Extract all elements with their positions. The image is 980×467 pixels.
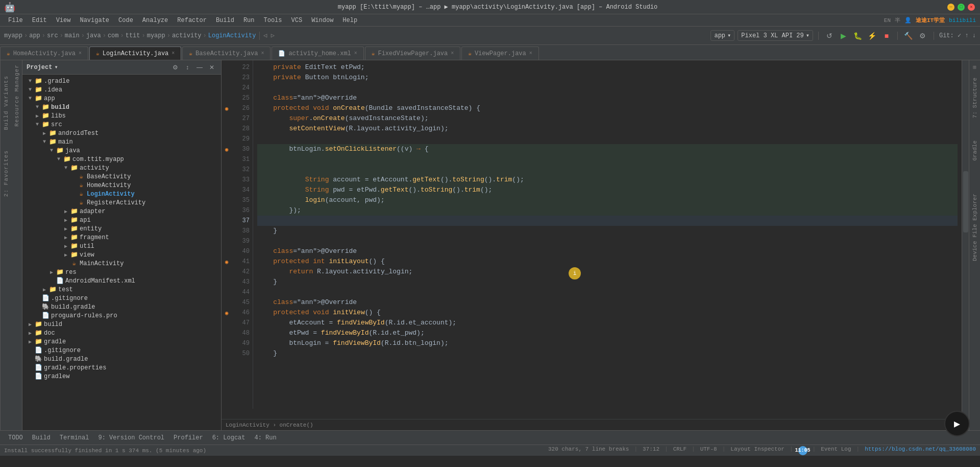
tab-LoginActivity-java[interactable]: ☕LoginActivity.java× xyxy=(89,46,181,60)
event-log[interactable]: Event Log xyxy=(821,446,851,455)
gradle-label[interactable]: Gradle xyxy=(972,141,978,161)
menu-item-vcs[interactable]: VCS xyxy=(287,16,307,25)
tree-item-view[interactable]: ▶📁view xyxy=(22,250,221,259)
code-editor[interactable]: ◉◉◉◉ 22232425262728293031323334353637383… xyxy=(222,60,962,430)
tree-item-com.ttit.myapp[interactable]: ▼📁com.ttit.myapp xyxy=(22,155,221,164)
breadcrumb-myapp2[interactable]: myapp xyxy=(147,32,165,39)
tree-item-build[interactable]: ▼📁build xyxy=(22,103,221,111)
tab-close-btn[interactable]: × xyxy=(354,51,357,56)
bottom-tab-6:-logcat[interactable]: 6: Logcat xyxy=(208,433,250,442)
maximize-button[interactable]: □ xyxy=(958,4,965,11)
breadcrumb-src[interactable]: src xyxy=(47,32,58,39)
tab-activity_home-xml[interactable]: 📄activity_home.xml× xyxy=(272,46,363,60)
tree-item-mainactivity[interactable]: ☕MainActivity xyxy=(22,259,221,268)
project-title-btn[interactable]: Project ▾ xyxy=(27,63,58,71)
stop-button[interactable]: ■ xyxy=(881,30,892,41)
tree-item-app[interactable]: ▼📁app xyxy=(22,94,221,103)
tree-item-gradlew[interactable]: 📄gradlew xyxy=(22,372,221,381)
bottom-tab-build[interactable]: Build xyxy=(28,433,55,442)
encoding[interactable]: UTF-8 xyxy=(700,446,717,455)
gutter-marker-icon[interactable]: ◉ xyxy=(225,259,229,265)
menu-item-navigate[interactable]: Navigate xyxy=(76,16,113,25)
breadcrumb-loginactivity[interactable]: LoginActivity xyxy=(208,32,256,39)
tab-BaseActivity-java[interactable]: ☕BaseActivity.java× xyxy=(182,46,271,60)
settings-button[interactable]: ⚙ xyxy=(917,30,928,41)
scroll-thumb[interactable] xyxy=(963,171,968,232)
tree-item-src[interactable]: ▼📁src xyxy=(22,120,221,129)
tree-item-adapter[interactable]: ▶📁adapter xyxy=(22,207,221,216)
resource-manager-label[interactable]: Resource Manager xyxy=(14,60,20,131)
tab-close-btn[interactable]: × xyxy=(529,51,532,56)
menu-item-help[interactable]: Help xyxy=(338,16,361,25)
favorites-tab[interactable]: 2: Favorites xyxy=(3,150,9,197)
structure-panel-btn[interactable]: ⊞ xyxy=(970,62,979,72)
tree-item-proguard-rules.pro[interactable]: 📄proguard-rules.pro xyxy=(22,311,221,320)
bottom-tab-profiler[interactable]: Profiler xyxy=(169,433,207,442)
tree-item-androidmanifest.xml[interactable]: 📄AndroidManifest.xml xyxy=(22,276,221,285)
tree-item-registeractivity[interactable]: ☕RegisterActivity xyxy=(22,198,221,207)
tab-HomeActivity-java[interactable]: ☕HomeActivity.java× xyxy=(0,46,88,60)
device-file-label[interactable]: Device File Explorer xyxy=(972,194,978,261)
breadcrumb-activity[interactable]: activity xyxy=(172,32,202,39)
tree-item-.gitignore[interactable]: 📄.gitignore xyxy=(22,346,221,355)
tree-item-gradle.properties[interactable]: 📄gradle.properties xyxy=(22,363,221,372)
menu-item-edit[interactable]: Edit xyxy=(28,16,51,25)
tree-item-util[interactable]: ▶📁util xyxy=(22,242,221,250)
menu-item-view[interactable]: View xyxy=(52,16,75,25)
tree-item-homeactivity[interactable]: ☕HomeActivity xyxy=(22,181,221,190)
tree-item-build[interactable]: ▶📁build xyxy=(22,320,221,329)
tree-item-gradle[interactable]: ▶📁gradle xyxy=(22,337,221,346)
tree-item-androidtest[interactable]: ▶📁androidTest xyxy=(22,129,221,137)
menu-item-analyze[interactable]: Analyze xyxy=(138,16,172,25)
run-config-selector[interactable]: app ▾ xyxy=(710,30,734,41)
tree-item-libs[interactable]: ▶📁libs xyxy=(22,111,221,120)
line-ending[interactable]: CRLF xyxy=(673,446,687,455)
char-count[interactable]: 320 chars, 7 line breaks xyxy=(548,446,629,455)
tab-FixedViewPager-java[interactable]: ☕FixedViewPager.java× xyxy=(365,46,460,60)
close-button[interactable]: ✕ xyxy=(968,4,975,11)
minimize-button[interactable]: — xyxy=(947,4,954,11)
tree-item-doc[interactable]: ▶📁doc xyxy=(22,329,221,337)
tree-item-.gitignore[interactable]: 📄.gitignore xyxy=(22,294,221,302)
build-variants-tab[interactable]: Build Variants xyxy=(3,76,9,130)
build-button[interactable]: 🔨 xyxy=(903,30,914,41)
bottom-tab-9:-version-control[interactable]: 9: Version Control xyxy=(94,433,168,442)
layout-inspector[interactable]: Layout Inspector xyxy=(730,446,785,455)
breadcrumb-myapp[interactable]: myapp xyxy=(4,32,22,39)
device-selector[interactable]: Pixel 3 XL API 29 ▾ xyxy=(738,30,813,41)
sync-button[interactable]: ↺ xyxy=(824,30,835,41)
breadcrumb-ttit[interactable]: ttit xyxy=(126,32,140,39)
tab-close-btn[interactable]: × xyxy=(261,51,264,56)
gutter-marker-icon[interactable]: ◉ xyxy=(225,105,229,112)
tree-item-fragment[interactable]: ▶📁fragment xyxy=(22,233,221,242)
gutter-marker-icon[interactable]: ◉ xyxy=(225,310,229,316)
cursor-position[interactable]: 37:12 xyxy=(643,446,659,455)
tree-item-java[interactable]: ▼📁java xyxy=(22,146,221,155)
tree-item-loginactivity[interactable]: ☕LoginActivity xyxy=(22,190,221,198)
project-sort-btn[interactable]: ↕ xyxy=(182,62,192,73)
time-indicator[interactable]: 11:05 xyxy=(798,446,807,455)
tree-item-entity[interactable]: ▶📁entity xyxy=(22,224,221,233)
tab-close-btn[interactable]: × xyxy=(79,51,82,56)
tab-close-btn[interactable]: × xyxy=(451,51,454,56)
gutter-marker-icon[interactable]: ◉ xyxy=(225,146,229,153)
tree-item-main[interactable]: ▼📁main xyxy=(22,137,221,146)
tab-ViewPager-java[interactable]: ☕ViewPager.java× xyxy=(461,46,538,60)
editor-scrollbar[interactable] xyxy=(962,60,969,430)
breadcrumb-app[interactable]: app xyxy=(29,32,40,39)
code-area[interactable]: ◉◉◉◉ 22232425262728293031323334353637383… xyxy=(222,60,962,419)
menu-item-run[interactable]: Run xyxy=(239,16,259,25)
tree-item-test[interactable]: ▶📁test xyxy=(22,285,221,294)
tab-close-btn[interactable]: × xyxy=(172,51,175,56)
tree-item-.idea[interactable]: ▼📁.idea xyxy=(22,85,221,94)
project-collapse-btn[interactable]: — xyxy=(194,62,205,73)
tree-item-api[interactable]: ▶📁api xyxy=(22,216,221,224)
video-player-button[interactable]: ▶ xyxy=(944,411,970,436)
profile-button[interactable]: ⚡ xyxy=(867,30,878,41)
breadcrumb-java[interactable]: java xyxy=(86,32,101,39)
bottom-tab-4:-run[interactable]: 4: Run xyxy=(250,433,280,442)
menu-item-build[interactable]: Build xyxy=(212,16,238,25)
project-gear-btn[interactable]: ⚙ xyxy=(170,62,180,73)
menu-item-window[interactable]: Window xyxy=(307,16,337,25)
menu-item-code[interactable]: Code xyxy=(114,16,137,25)
